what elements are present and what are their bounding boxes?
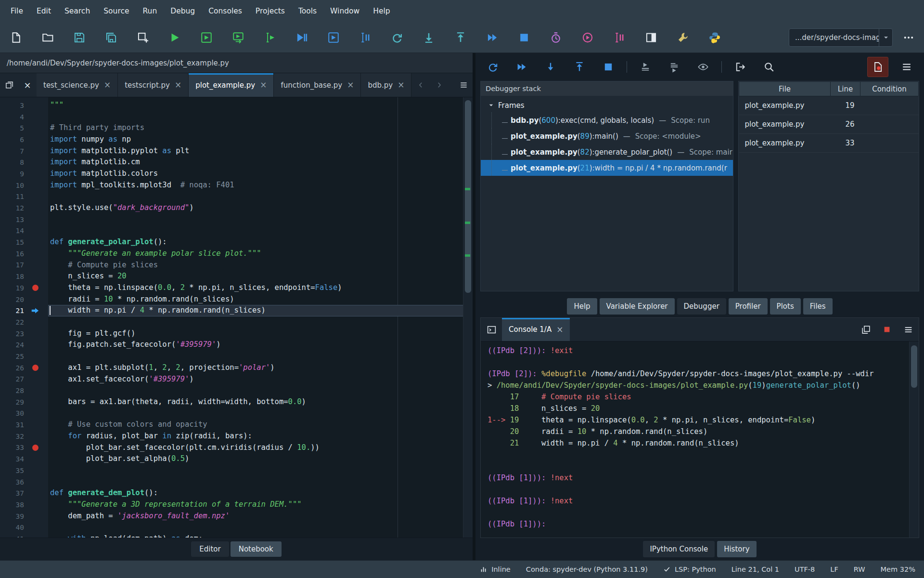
run-cell-button[interactable] bbox=[195, 26, 217, 49]
plugin-tab-variable-explorer[interactable]: Variable Explorer bbox=[600, 298, 675, 315]
tab-close-icon[interactable]: × bbox=[260, 81, 267, 89]
save-button[interactable] bbox=[68, 26, 90, 49]
profile-cell-button[interactable] bbox=[577, 26, 598, 49]
plugin-tab-debugger[interactable]: Debugger bbox=[677, 298, 726, 315]
save-all-button[interactable] bbox=[100, 26, 122, 49]
editor-tab-testscript-py[interactable]: testscript.py× bbox=[118, 73, 189, 97]
frames-root[interactable]: Frames bbox=[481, 98, 733, 112]
rerun-last-button[interactable] bbox=[386, 26, 408, 49]
column-header-line[interactable]: Line bbox=[831, 82, 860, 96]
pythonpath-manager-button[interactable] bbox=[704, 26, 725, 49]
breakpoint-row[interactable]: plot_example.py19 bbox=[739, 96, 919, 115]
editor-tab-bdb-py[interactable]: bdb.py× bbox=[361, 73, 411, 97]
profile-selection-button[interactable] bbox=[608, 26, 630, 49]
debug-goto-frame-button[interactable] bbox=[635, 57, 656, 77]
close-pane-button[interactable]: × bbox=[18, 73, 37, 97]
exit-debugger-button[interactable] bbox=[730, 57, 751, 77]
maximize-pane-button[interactable] bbox=[640, 26, 662, 49]
code-editor[interactable]: 3456789101112131415161718192021222324252… bbox=[0, 97, 473, 538]
gutter-marker[interactable] bbox=[24, 365, 46, 371]
console-tab-ipython-console[interactable]: IPython Console bbox=[643, 541, 715, 557]
chevron-down-icon[interactable] bbox=[879, 29, 892, 46]
menu-consoles[interactable]: Consoles bbox=[202, 3, 249, 19]
step-into-button[interactable] bbox=[418, 26, 439, 49]
frame-row[interactable]: plot_example.py (21): width = np.pi / 4 … bbox=[481, 160, 733, 176]
gutter-marker[interactable] bbox=[24, 445, 46, 451]
debugger-options-button[interactable] bbox=[896, 57, 917, 77]
frame-row[interactable]: plot_example.py (82): generate_polar_plo… bbox=[481, 144, 733, 160]
working-directory-combobox[interactable]: ...der/spyder-docs-images bbox=[789, 28, 893, 47]
editor-scrollbar[interactable] bbox=[463, 97, 473, 538]
profiler-button[interactable] bbox=[545, 26, 566, 49]
debug-run-to-cursor-button[interactable] bbox=[511, 57, 532, 77]
debug-selection-button[interactable] bbox=[354, 26, 376, 49]
plugin-tab-plots[interactable]: Plots bbox=[770, 298, 801, 315]
stop-execution-button[interactable] bbox=[513, 26, 535, 49]
step-return-button[interactable] bbox=[449, 26, 471, 49]
interrupt-kernel-button[interactable] bbox=[876, 318, 898, 341]
menu-projects[interactable]: Projects bbox=[249, 3, 292, 19]
breakpoint-row[interactable]: plot_example.py33 bbox=[739, 134, 919, 153]
editor-tab-plot-example-py[interactable]: plot_example.py× bbox=[189, 73, 274, 97]
inspect-execution-button[interactable] bbox=[693, 57, 714, 77]
breakpoint-row[interactable]: plot_example.py26 bbox=[739, 115, 919, 134]
plugin-tab-profiler[interactable]: Profiler bbox=[729, 298, 768, 315]
breakpoint-dot[interactable] bbox=[32, 445, 38, 451]
tab-close-icon[interactable]: × bbox=[175, 81, 181, 89]
debug-show-frames-button[interactable] bbox=[664, 57, 685, 77]
tab-close-icon[interactable]: × bbox=[347, 81, 354, 89]
gutter-marker[interactable] bbox=[24, 306, 46, 315]
footer-tab-editor[interactable]: Editor bbox=[191, 541, 229, 557]
menu-debug[interactable]: Debug bbox=[164, 3, 202, 19]
gutter-marker[interactable] bbox=[24, 285, 46, 291]
console-new-window-button[interactable] bbox=[855, 318, 876, 341]
column-header-file[interactable]: File bbox=[739, 82, 831, 96]
console-options-button[interactable] bbox=[898, 318, 919, 341]
breakpoint-dot[interactable] bbox=[32, 285, 38, 291]
menu-search[interactable]: Search bbox=[58, 3, 97, 19]
console-output[interactable]: ((IPdb [2])): !exit (IPdb [2]): %debugfi… bbox=[481, 342, 919, 538]
editor-tab-test-science-py[interactable]: test_science.py× bbox=[37, 73, 118, 97]
continue-execution-button[interactable] bbox=[481, 26, 503, 49]
console-tab-history[interactable]: History bbox=[717, 541, 756, 557]
breakpoint-dot[interactable] bbox=[32, 365, 38, 371]
plugin-tab-files[interactable]: Files bbox=[803, 298, 833, 315]
new-cell-button[interactable] bbox=[132, 26, 154, 49]
editor-tab-function-base-py[interactable]: function_base.py× bbox=[274, 73, 361, 97]
search-frames-button[interactable] bbox=[758, 57, 780, 77]
editor-code-area[interactable]: """# Third party importsimport numpy as … bbox=[48, 97, 473, 538]
run-file-button[interactable] bbox=[164, 26, 185, 49]
menu-help[interactable]: Help bbox=[366, 3, 397, 19]
browse-tabs-button[interactable] bbox=[0, 73, 18, 97]
column-header-condition[interactable]: Condition bbox=[860, 82, 919, 96]
debug-file-button[interactable] bbox=[291, 26, 312, 49]
debug-cell-button[interactable] bbox=[322, 26, 344, 49]
menu-window[interactable]: Window bbox=[323, 3, 366, 19]
run-selection-button[interactable] bbox=[259, 26, 281, 49]
frame-row[interactable]: plot_example.py (89): main()—Scope: <mod… bbox=[481, 128, 733, 144]
toolbar-options-button[interactable] bbox=[898, 26, 919, 49]
plugin-tab-help[interactable]: Help bbox=[567, 298, 597, 315]
editor-options-button[interactable] bbox=[454, 73, 473, 97]
menu-file[interactable]: File bbox=[4, 3, 30, 19]
tab-close-icon[interactable]: × bbox=[556, 325, 563, 334]
console-scrollbar[interactable] bbox=[909, 342, 919, 538]
new-file-button[interactable] bbox=[5, 26, 26, 49]
breakpoints-pane-toggle-button[interactable] bbox=[867, 57, 888, 77]
menu-run[interactable]: Run bbox=[136, 3, 164, 19]
run-cell-advance-button[interactable] bbox=[227, 26, 249, 49]
menu-edit[interactable]: Edit bbox=[30, 3, 58, 19]
debug-continue-button[interactable] bbox=[482, 57, 503, 77]
preferences-button[interactable] bbox=[672, 26, 693, 49]
menu-tools[interactable]: Tools bbox=[292, 3, 323, 19]
editor-gutter[interactable]: 3456789101112131415161718192021222324252… bbox=[0, 97, 48, 538]
debug-step-into-button[interactable] bbox=[540, 57, 561, 77]
open-file-button[interactable] bbox=[37, 26, 58, 49]
menu-source[interactable]: Source bbox=[97, 3, 136, 19]
tab-close-icon[interactable]: × bbox=[104, 81, 111, 89]
scrollbar-handle[interactable] bbox=[465, 100, 471, 293]
debug-step-return-button[interactable] bbox=[569, 57, 590, 77]
footer-tab-notebook[interactable]: Notebook bbox=[231, 541, 282, 557]
frame-row[interactable]: bdb.py (600): exec(cmd, globals, locals)… bbox=[481, 112, 733, 128]
tab-close-icon[interactable]: × bbox=[398, 81, 404, 89]
